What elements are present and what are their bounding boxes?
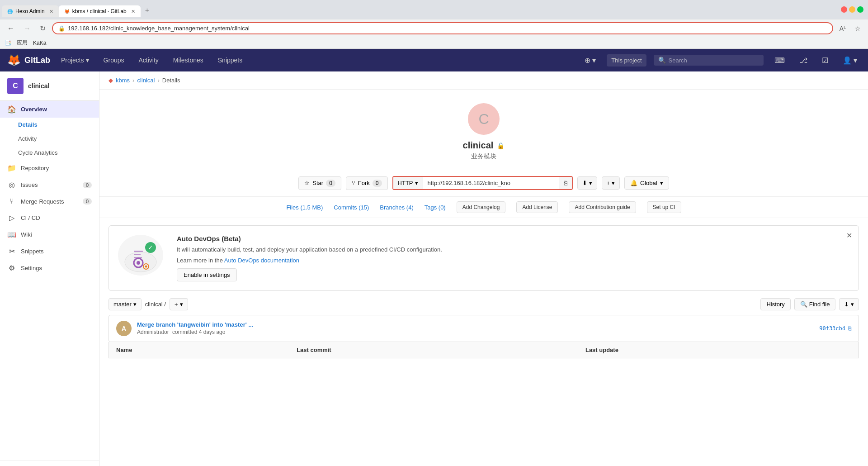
add-contribution-guide-btn[interactable]: Add Contribution guide xyxy=(569,201,636,213)
nav-keyboard-icon[interactable]: ⌨ xyxy=(771,56,788,65)
file-download-btn[interactable]: ⬇ ▾ xyxy=(839,298,859,310)
add-changelog-btn[interactable]: Add Changelog xyxy=(457,201,506,213)
sidebar-wiki-label: Wiki xyxy=(21,231,32,238)
reload-btn[interactable]: ↻ xyxy=(37,22,48,34)
issues-icon: ◎ xyxy=(7,181,16,189)
sidebar-sub-activity[interactable]: Activity xyxy=(0,132,99,146)
commit-hash[interactable]: 90f33cb4 ⎘ xyxy=(819,325,851,332)
nav-plus-btn[interactable]: ⊕ ▾ xyxy=(581,56,599,65)
new-file-chevron: ▾ xyxy=(180,301,183,308)
clone-url-input[interactable] xyxy=(423,177,559,189)
devops-close-btn[interactable]: ✕ xyxy=(846,231,852,240)
sidebar-sub-cycle-analytics[interactable]: Cycle Analytics xyxy=(0,146,99,160)
sidebar-collapse-btn[interactable]: « Collapse sidebar xyxy=(0,461,99,466)
back-btn[interactable]: ← xyxy=(5,23,17,34)
nav-projects-label: Projects xyxy=(61,57,84,64)
sidebar-item-ci-cd[interactable]: ▷ CI / CD xyxy=(0,209,99,226)
nav-snippets[interactable]: Snippets xyxy=(214,57,246,64)
commit-author-name: Administrator xyxy=(137,329,169,335)
nav-groups[interactable]: Groups xyxy=(100,57,128,64)
path-segment: clinical / xyxy=(145,301,166,308)
add-btn[interactable]: + ▾ xyxy=(602,176,620,190)
clone-protocol-btn[interactable]: HTTP ▾ xyxy=(393,177,423,189)
nav-activity[interactable]: Activity xyxy=(135,57,162,64)
file-table-header-last-update: Last update xyxy=(578,342,859,358)
devops-learn-more-link[interactable]: Auto DevOps documentation xyxy=(224,257,299,264)
nav-search-bar[interactable]: 🔍 xyxy=(654,55,764,66)
devops-illustration: ✓ xyxy=(118,235,168,276)
file-table-header-name: Name xyxy=(109,342,290,358)
fork-btn[interactable]: ⑂ Fork 0 xyxy=(346,176,388,190)
svg-rect-8 xyxy=(134,254,141,255)
forward-btn[interactable]: → xyxy=(21,23,33,34)
sidebar: C clinical 🏠 Overview Details Activity C… xyxy=(0,71,99,466)
clone-protocol-chevron: ▾ xyxy=(415,180,418,186)
clone-url-wrapper: HTTP ▾ ⎘ xyxy=(392,176,573,190)
nav-user-avatar[interactable]: 👤 ▾ xyxy=(839,56,861,65)
branches-stat[interactable]: Branches (4) xyxy=(380,204,413,211)
bookmark-kaka[interactable]: KaKa xyxy=(33,40,46,46)
window-close-btn[interactable] xyxy=(841,6,847,13)
set-up-ci-btn[interactable]: Set up CI xyxy=(647,201,681,213)
tags-stat[interactable]: Tags (0) xyxy=(425,204,446,211)
tab-gitlab[interactable]: 🦊 kbms / clinical · GitLab ✕ xyxy=(59,5,141,17)
new-file-btn[interactable]: + ▾ xyxy=(170,298,188,310)
sidebar-sub-details[interactable]: Details xyxy=(0,118,99,132)
this-project-btn[interactable]: This project xyxy=(607,54,646,67)
star-btn[interactable]: ☆ Star 0 xyxy=(298,176,341,190)
tab-gitlab-close[interactable]: ✕ xyxy=(131,9,135,14)
files-stat[interactable]: Files (1.5 MB) xyxy=(286,204,323,211)
ci-cd-icon: ▷ xyxy=(7,214,16,222)
history-btn[interactable]: History xyxy=(760,298,790,310)
sidebar-project-header: C clinical xyxy=(0,71,99,101)
tab-gitlab-label: kbms / clinical · GitLab xyxy=(72,8,127,14)
window-controls xyxy=(841,6,868,13)
add-license-btn[interactable]: Add License xyxy=(516,201,558,213)
window-max-btn[interactable] xyxy=(857,6,863,13)
sidebar-item-merge-requests[interactable]: ⑂ Merge Requests 0 xyxy=(0,193,99,209)
notification-btn[interactable]: 🔔 Global ▾ xyxy=(624,176,669,190)
devops-enable-btn[interactable]: Enable in settings xyxy=(177,268,237,281)
new-file-plus-icon: + xyxy=(175,301,178,308)
sidebar-item-issues[interactable]: ◎ Issues 0 xyxy=(0,176,99,193)
find-file-label: Find file xyxy=(809,301,830,308)
new-tab-btn[interactable]: + xyxy=(141,4,154,17)
sidebar-item-overview[interactable]: 🏠 Overview xyxy=(0,101,99,118)
tab-hexo-close[interactable]: ✕ xyxy=(49,9,53,14)
gitlab-logo[interactable]: 🦊 GitLab xyxy=(7,54,50,67)
nav-milestones[interactable]: Milestones xyxy=(170,57,207,64)
sidebar-item-settings[interactable]: ⚙ Settings xyxy=(0,260,99,276)
sidebar-details-label: Details xyxy=(18,121,38,128)
sidebar-project-avatar: C xyxy=(7,78,24,94)
commit-message[interactable]: Merge branch 'tangweibin' into 'master' … xyxy=(137,321,253,328)
breadcrumb-kbms[interactable]: kbms xyxy=(116,77,130,84)
sidebar-ci-cd-label: CI / CD xyxy=(21,214,40,221)
sidebar-item-repository[interactable]: 📁 Repository xyxy=(0,160,99,176)
url-bar[interactable]: 🔒 192.168.16.182/clinic_knowledge_base_m… xyxy=(52,22,833,34)
find-file-search-icon: 🔍 xyxy=(800,301,807,308)
commits-stat[interactable]: Commits (15) xyxy=(334,204,369,211)
nav-projects[interactable]: Projects ▾ xyxy=(57,57,93,64)
tab-hexo-favicon: 🌐 xyxy=(7,9,13,14)
nav-merge-request-icon[interactable]: ⎇ xyxy=(796,56,811,65)
bookmark-apps[interactable]: 应用 xyxy=(17,39,28,47)
breadcrumb-clinical[interactable]: clinical xyxy=(137,77,155,84)
search-input[interactable] xyxy=(669,57,759,64)
branch-select[interactable]: master ▾ xyxy=(108,298,142,310)
translate-btn[interactable]: Aᴸ xyxy=(837,23,849,34)
sidebar-item-snippets[interactable]: ✂ Snippets xyxy=(0,243,99,260)
gitlab-fox-icon: 🦊 xyxy=(7,54,21,67)
download-btn[interactable]: ⬇ ▾ xyxy=(577,176,597,190)
find-file-btn[interactable]: 🔍 Find file xyxy=(794,298,836,310)
sidebar-item-wiki[interactable]: 📖 Wiki xyxy=(0,226,99,243)
svg-rect-7 xyxy=(134,251,143,252)
window-min-btn[interactable] xyxy=(849,6,855,13)
svg-point-0 xyxy=(125,252,156,272)
main-layout: C clinical 🏠 Overview Details Activity C… xyxy=(0,71,868,466)
commit-author-info: Administrator committed 4 days ago xyxy=(137,329,253,335)
devops-svg: ✓ xyxy=(118,235,163,276)
nav-issues-icon[interactable]: ☑ xyxy=(818,56,832,65)
clone-copy-btn[interactable]: ⎘ xyxy=(559,177,572,189)
bookmark-btn[interactable]: ☆ xyxy=(852,23,863,34)
tab-hexo[interactable]: 🌐 Hexo Admin ✕ xyxy=(2,5,59,17)
